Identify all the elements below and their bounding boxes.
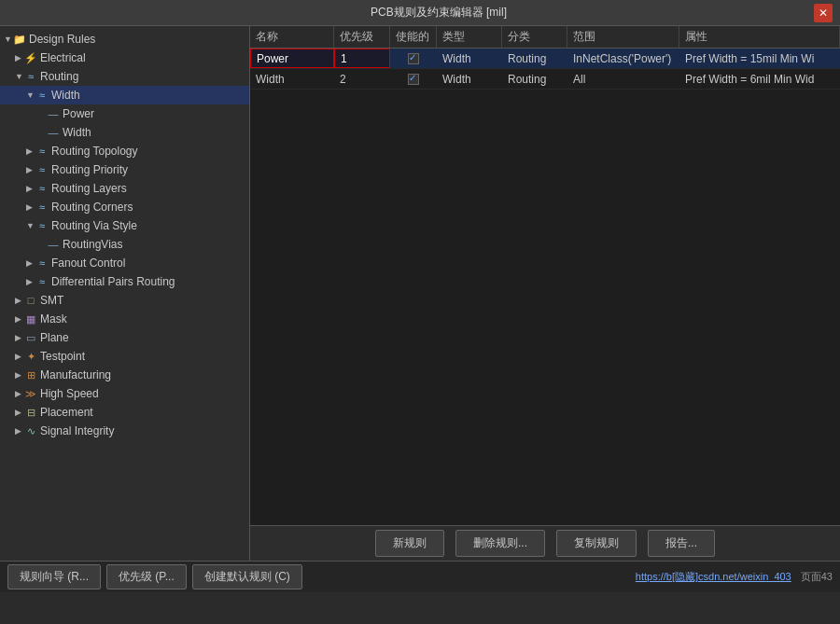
tree-arrow-high-speed [15,389,24,398]
footer-link[interactable]: https://b[隐藏]csdn.net/weixin_403 [636,570,791,584]
tree-label-fanout-control: Fanout Control [51,257,125,270]
tree-label-electrical: Electrical [40,51,86,64]
tree-item-power[interactable]: —Power [0,104,249,123]
col-category: 分类 [502,26,567,48]
tree-panel: 📁Design Rules⚡Electrical≈Routing≈Width—P… [0,26,250,561]
tree-item-electrical[interactable]: ⚡Electrical [0,49,249,67]
tree-item-fanout-control[interactable]: ≈Fanout Control [0,254,249,272]
test-icon: ✦ [24,351,37,363]
plane-icon: ▭ [24,332,37,344]
tree-item-routing[interactable]: ≈Routing [0,67,249,86]
tree-arrow-routing-priority [26,165,35,174]
routing-icon: ≈ [35,276,49,287]
signal-icon: ∿ [24,425,37,437]
routing-icon: ≈ [35,164,49,175]
button-bar: 新规则 删除规则... 复制规则 报告... [250,525,840,561]
tree-label-routing-priority: Routing Priority [51,163,128,176]
title-bar: PCB规则及约束编辑器 [mil] ✕ [0,0,840,26]
wizard-button[interactable]: 规则向导 (R... [7,564,101,589]
footer-page: 页面43 [801,570,833,584]
table-row[interactable]: Power1WidthRoutingInNetClass('Power')Pre… [250,49,840,69]
main-area: 📁Design Rules⚡Electrical≈Routing≈Width—P… [0,26,840,561]
create-default-button[interactable]: 创建默认规则 (C) [192,564,302,589]
cell-enabled[interactable] [390,69,437,89]
tree-item-manufacturing[interactable]: ⊞Manufacturing [0,366,249,384]
tree-item-routing-priority[interactable]: ≈Routing Priority [0,160,249,179]
tree-label-diff-pairs: Differential Pairs Routing [51,275,175,288]
tree-arrow-routing-via-style [26,221,35,230]
tree-item-routing-layers[interactable]: ≈Routing Layers [0,179,249,198]
close-button[interactable]: ✕ [814,4,833,22]
report-button[interactable]: 报告... [648,530,715,557]
table-row[interactable]: Width2WidthRoutingAllPref Width = 6mil M… [250,69,840,90]
col-name: 名称 [250,26,334,48]
width-icon: ≈ [35,90,49,101]
tree-item-routing-topology[interactable]: ≈Routing Topology [0,142,249,160]
priority-button[interactable]: 优先级 (P... [106,564,187,589]
tree-label-routing-via-style: Routing Via Style [51,219,137,232]
delete-rule-button[interactable]: 删除规则... [455,530,545,557]
tree-arrow-testpoint [15,352,24,361]
tree-label-power: Power [63,107,94,120]
tree-label-smt: SMT [40,294,63,307]
title-text: PCB规则及约束编辑器 [mil] [63,5,814,21]
tree-arrow-manufacturing [15,370,24,380]
cell-attr: Pref Width = 6mil Min Wid [679,69,840,89]
highspeed-icon: ≫ [24,388,37,400]
tree-item-smt[interactable]: □SMT [0,291,249,310]
tree-arrow-width [26,90,35,100]
tree-item-width[interactable]: ≈Width [0,86,249,104]
cell-enabled[interactable] [390,49,437,68]
tree-label-routing-layers: Routing Layers [51,182,127,195]
routing-icon: ≈ [35,201,49,213]
tree-item-plane[interactable]: ▭Plane [0,328,249,347]
cell-category: Routing [502,49,567,68]
tree-label-routing-topology: Routing Topology [51,145,138,158]
mask-icon: ▦ [24,313,37,326]
tree-item-high-speed[interactable]: ≫High Speed [0,384,249,403]
col-type: 类型 [437,26,502,48]
tree-item-placement[interactable]: ⊟Placement [0,403,249,422]
routing-icon: ≈ [35,257,49,269]
cell-attr: Pref Width = 15mil Min Wi [679,49,840,68]
col-scope: 范围 [567,26,679,48]
col-enabled: 使能的 [390,26,437,48]
col-attr: 属性 [679,26,840,48]
mfg-icon: ⊞ [24,369,37,381]
col-priority: 优先级 [334,26,390,48]
rule-icon: — [47,239,60,250]
tree-arrow-fanout-control [26,258,35,268]
tree-label-width2: Width [63,126,91,139]
tree-arrow-routing-corners [26,202,35,212]
tree-item-design-rules[interactable]: 📁Design Rules [0,30,249,49]
cell-name: Width [250,69,334,89]
tree-arrow-routing-layers [26,184,35,193]
table-header: 名称 优先级 使能的 类型 分类 范围 属性 [250,26,840,49]
tree-arrow-signal-integrity [15,426,24,436]
tree-item-routing-corners[interactable]: ≈Routing Corners [0,198,249,216]
tree-arrow-mask [15,314,24,324]
right-panel: 名称 优先级 使能的 类型 分类 范围 属性 Power1WidthRoutin… [250,26,840,561]
tree-item-testpoint[interactable]: ✦Testpoint [0,347,249,366]
cell-priority: 1 [334,49,390,68]
tree-item-routing-vias[interactable]: —RoutingVias [0,235,249,254]
cell-category: Routing [502,69,567,89]
placement-icon: ⊟ [24,407,37,419]
routing-icon: ≈ [35,220,49,231]
electrical-icon: ⚡ [24,52,37,64]
tree-item-diff-pairs[interactable]: ≈Differential Pairs Routing [0,272,249,291]
tree-label-plane: Plane [40,331,69,344]
copy-rule-button[interactable]: 复制规则 [556,530,637,557]
tree-label-manufacturing: Manufacturing [40,368,111,381]
tree-item-routing-via-style[interactable]: ≈Routing Via Style [0,216,249,235]
table-body: Power1WidthRoutingInNetClass('Power')Pre… [250,49,840,525]
cell-type: Width [437,49,502,68]
cell-scope: InNetClass('Power') [567,49,679,68]
tree-item-width2[interactable]: —Width [0,123,249,142]
tree-item-mask[interactable]: ▦Mask [0,310,249,328]
tree-item-signal-integrity[interactable]: ∿Signal Integrity [0,422,249,440]
cell-name: Power [250,49,334,68]
tree-arrow-design-rules [4,35,13,44]
new-rule-button[interactable]: 新规则 [375,530,444,557]
tree-arrow-electrical [15,53,24,62]
